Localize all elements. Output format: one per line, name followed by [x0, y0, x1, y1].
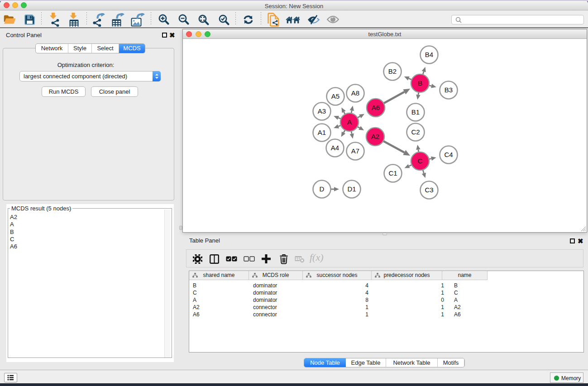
- svg-text:B4: B4: [425, 51, 433, 58]
- svg-text:A3: A3: [318, 107, 326, 115]
- svg-text:C4: C4: [444, 151, 453, 158]
- svg-text:C2: C2: [411, 128, 420, 136]
- svg-text:A8: A8: [351, 89, 359, 97]
- svg-text:C1: C1: [388, 169, 397, 177]
- svg-text:B3: B3: [445, 86, 453, 94]
- svg-text:B: B: [418, 79, 422, 87]
- svg-text:B1: B1: [411, 108, 420, 116]
- svg-text:B2: B2: [388, 67, 397, 75]
- svg-text:C3: C3: [425, 186, 433, 194]
- svg-text:A6: A6: [372, 104, 380, 111]
- svg-text:D1: D1: [347, 185, 356, 193]
- svg-text:A5: A5: [331, 92, 339, 100]
- svg-text:C: C: [418, 157, 423, 165]
- svg-text:A4: A4: [331, 144, 339, 152]
- svg-text:D: D: [320, 185, 325, 193]
- svg-text:A7: A7: [351, 147, 359, 155]
- svg-text:A1: A1: [318, 129, 326, 136]
- svg-text:A: A: [347, 118, 352, 126]
- svg-text:A2: A2: [371, 133, 379, 140]
